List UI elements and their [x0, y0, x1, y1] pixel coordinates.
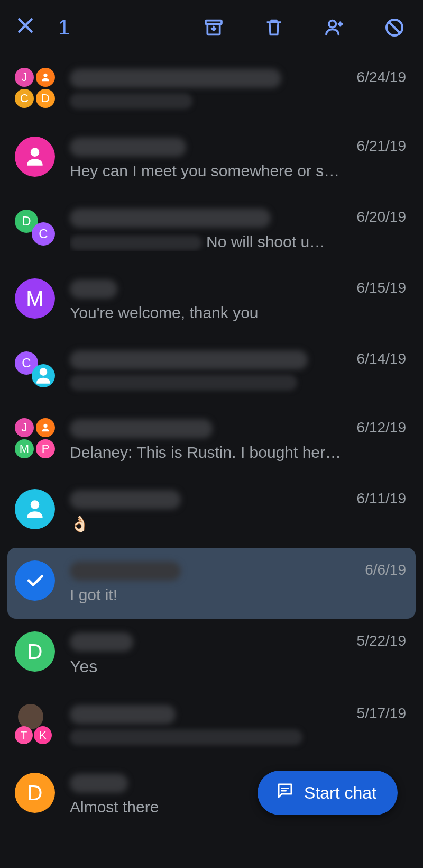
group-avatar: JCD: [15, 68, 55, 108]
chat-icon: [275, 781, 295, 804]
selected-count: 1: [58, 15, 70, 39]
conversation-date: 6/20/19: [357, 209, 406, 225]
group-avatar: JMP: [15, 418, 55, 458]
svg-point-2: [329, 20, 336, 27]
conversation-date: 6/15/19: [357, 279, 406, 296]
message-preview-redacted: [70, 93, 192, 109]
close-selection-button[interactable]: [13, 15, 38, 40]
message-preview-redacted: [70, 729, 302, 745]
contact-avatar: [15, 137, 55, 177]
conversation-row[interactable]: DYes5/22/19: [0, 619, 423, 691]
group-avatar: C: [15, 349, 55, 390]
conversation-date: 6/24/19: [357, 69, 406, 86]
message-preview-redacted: [70, 375, 297, 391]
conversation-date: 6/6/19: [365, 562, 406, 578]
conversation-date: 6/14/19: [357, 350, 406, 367]
contact-avatar: D: [15, 631, 55, 672]
message-preview: Yes: [70, 657, 345, 676]
message-preview: 👌🏻: [70, 514, 345, 533]
contact-name-redacted: [70, 138, 186, 157]
message-preview: Delaney: This is Rustin. I bought her …: [70, 444, 345, 462]
conversation-date: 5/22/19: [357, 632, 406, 649]
block-button[interactable]: [379, 12, 410, 43]
conversation-row[interactable]: Hey can I meet you somewhere or so…6/21/…: [0, 124, 423, 195]
add-contact-button[interactable]: [318, 12, 350, 43]
message-preview: Hey can I meet you somewhere or so…: [70, 162, 345, 180]
message-preview: No will shoot u…: [70, 233, 345, 251]
contact-name-redacted: [70, 774, 128, 793]
contact-name-redacted: [70, 209, 271, 228]
contact-name-redacted: [70, 632, 133, 652]
contact-avatar: D: [15, 773, 55, 813]
selection-toolbar: 1: [0, 0, 423, 55]
group-avatar: TK: [15, 704, 55, 744]
group-avatar: DC: [15, 207, 55, 248]
conversation-row[interactable]: C6/14/19: [0, 337, 423, 405]
message-preview: I got it!: [70, 586, 345, 604]
conversation-row[interactable]: MYou're welcome, thank you6/15/19: [0, 266, 423, 337]
contact-name-redacted: [70, 419, 213, 438]
conversation-row[interactable]: DCNo will shoot u…6/20/19: [0, 195, 423, 266]
conversation-row[interactable]: TK5/17/19: [0, 691, 423, 760]
conversation-date: 5/17/19: [357, 705, 406, 722]
conversation-row[interactable]: 👌🏻6/11/19: [0, 476, 423, 548]
contact-name-redacted: [70, 490, 181, 509]
conversation-row[interactable]: I got it!6/6/19: [7, 548, 416, 619]
conversation-row[interactable]: JCD6/24/19: [0, 55, 423, 124]
contact-name-redacted: [70, 562, 181, 581]
delete-button[interactable]: [258, 12, 290, 43]
conversation-date: 6/12/19: [357, 419, 406, 436]
conversation-date: 6/21/19: [357, 138, 406, 155]
start-chat-fab[interactable]: Start chat: [258, 771, 398, 815]
conversation-date: 6/11/19: [357, 490, 406, 507]
start-chat-label: Start chat: [304, 783, 376, 803]
message-preview: You're welcome, thank you: [70, 304, 345, 322]
contact-name-redacted: [70, 69, 281, 88]
contact-name-redacted: [70, 350, 308, 369]
conversation-row[interactable]: JMPDelaney: This is Rustin. I bought her…: [0, 405, 423, 476]
contact-name-redacted: [70, 279, 117, 299]
contact-avatar: M: [15, 278, 55, 319]
archive-button[interactable]: [198, 12, 229, 43]
contact-avatar: [15, 489, 55, 529]
selected-check-icon: [15, 560, 55, 601]
conversation-list: JCD6/24/19Hey can I meet you somewhere o…: [0, 55, 423, 831]
contact-name-redacted: [70, 705, 176, 724]
